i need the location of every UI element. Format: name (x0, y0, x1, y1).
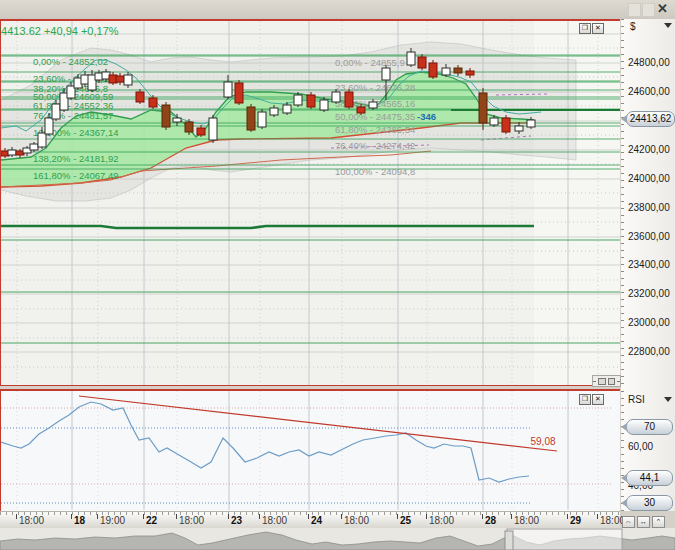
candle-body (209, 118, 217, 140)
time-label-day: 29 (570, 515, 581, 526)
fib-label: 23,60% - 24676,28 (335, 82, 415, 93)
price-axis-label: 24200,00 (628, 144, 670, 155)
candle-body (442, 68, 450, 75)
scale-buttons: ⇔↔⌃ (622, 516, 665, 528)
time-label-day: 25 (400, 515, 411, 526)
navigator-selection[interactable] (507, 529, 622, 550)
price-axis-dropdown-icon[interactable] (664, 23, 672, 28)
current-price-bubble: 24413,62 (626, 111, 675, 127)
candle-body (258, 112, 266, 127)
time-tick (259, 514, 260, 519)
rsi-canvas[interactable]: 59,08 (1, 391, 620, 511)
fib-label: 50,00% - 24475,35 (335, 111, 415, 122)
scale-button-2[interactable]: ⌃ (652, 516, 665, 528)
candle-body (185, 122, 193, 132)
main-chart-canvas[interactable]: 0,00% - 24852,0223,60% - 24737,5938,20% … (1, 21, 620, 385)
scale-button-0[interactable]: ⇔ (622, 516, 635, 528)
price-axis-label: 23200,00 (628, 288, 670, 299)
candle-body (332, 92, 340, 102)
main-chart-panel: 0,00% - 24852,0223,60% - 24737,5938,20% … (0, 19, 620, 386)
time-tick (143, 514, 144, 519)
price-axis-label: 23800,00 (628, 202, 670, 213)
candle-body (8, 150, 16, 155)
navigator-handle[interactable] (505, 531, 513, 550)
candle-body (136, 92, 144, 102)
chart-close-icon[interactable]: ✕ (592, 23, 604, 34)
rsi-level-70-bubble: 70 (626, 419, 673, 435)
navigator-canvas (0, 528, 675, 550)
rsi-level-30-bubble: 30 (626, 495, 673, 511)
price-axis-label: 23600,00 (628, 231, 670, 242)
fib-extra-label: -346 (417, 111, 436, 122)
rsi-trend-value-label: 59,08 (530, 436, 555, 447)
candle-body (502, 118, 510, 132)
candle-body (429, 63, 437, 77)
fib-label: 161,80% - 24067,49 (33, 170, 119, 181)
time-label: 18:00 (262, 515, 287, 526)
time-tick (176, 514, 177, 519)
candle-body (294, 95, 302, 105)
time-axis[interactable]: 18:001819:002218:002318:002418:002518:00… (0, 511, 620, 529)
candle-body (479, 93, 487, 123)
fib-label: 0,00% - 24855,9 (335, 57, 405, 68)
price-axis-label: 24000,00 (628, 173, 670, 184)
candle-body (369, 102, 377, 108)
time-tick (597, 514, 598, 519)
titlebar: ✕ (0, 0, 675, 19)
window-close-icon[interactable]: ✕ (654, 1, 671, 17)
candle-body (162, 105, 170, 127)
overview-navigator[interactable] (0, 528, 675, 550)
time-label: 18:00 (179, 515, 204, 526)
rsi-axis-ticks (621, 391, 624, 511)
candle-body (173, 118, 181, 122)
rsi-maximize-icon[interactable]: ❐ (579, 394, 591, 405)
time-tick (511, 514, 512, 519)
price-axis-ticks (621, 19, 624, 386)
candle-body (418, 57, 426, 68)
rsi-axis-dropdown-icon[interactable] (664, 397, 672, 402)
candle-body (454, 68, 462, 73)
panel-splitter-handle[interactable] (592, 375, 621, 387)
candle-body (407, 52, 415, 65)
candle-body (124, 75, 132, 85)
candle-body (490, 118, 498, 125)
candle-body (235, 83, 243, 103)
candle-body (247, 107, 255, 130)
time-label-day: 22 (146, 515, 157, 526)
price-axis-label: 22800,00 (628, 346, 670, 357)
candle-body (320, 100, 328, 110)
rsi-background (1, 391, 620, 511)
candle-body (283, 105, 291, 113)
app-window: ✕ 0,00% - 24852,0223,60% - 24737,5938,20… (0, 0, 675, 550)
minimize-button[interactable] (628, 3, 641, 17)
candle-body (38, 133, 46, 147)
fib-label: 138,20% - 24181,92 (33, 153, 119, 164)
time-label-day: 24 (311, 515, 322, 526)
fib-label: 100,00% - 24094,8 (335, 166, 415, 177)
price-axis-label: 23400,00 (628, 259, 670, 270)
candle-body (270, 108, 278, 115)
candle-body (30, 144, 38, 150)
chart-maximize-icon[interactable]: ❐ (579, 23, 591, 34)
fib-label: 0,00% - 24852,02 (33, 56, 108, 67)
candle-body (466, 71, 474, 75)
rsi-close-icon[interactable]: ✕ (592, 394, 604, 405)
scale-button-1[interactable]: ↔ (637, 516, 650, 528)
candle-body (382, 68, 390, 80)
time-tick (97, 514, 98, 519)
price-axis-label: 24600,00 (628, 86, 670, 97)
time-tick (567, 514, 568, 519)
time-label-day: 23 (231, 515, 242, 526)
candle-body (52, 104, 60, 119)
candle-body (224, 82, 232, 97)
candle-body (116, 76, 124, 82)
candle-body (527, 120, 535, 127)
time-label: 18:00 (429, 515, 454, 526)
time-tick (397, 514, 398, 519)
time-label: 18:00 (514, 515, 539, 526)
candle-body (45, 118, 53, 134)
time-label: 18:00 (19, 515, 44, 526)
price-axis-label: 24800,00 (628, 57, 670, 68)
price-axis-label: 23000,00 (628, 317, 670, 328)
time-label-day: 18 (74, 515, 85, 526)
